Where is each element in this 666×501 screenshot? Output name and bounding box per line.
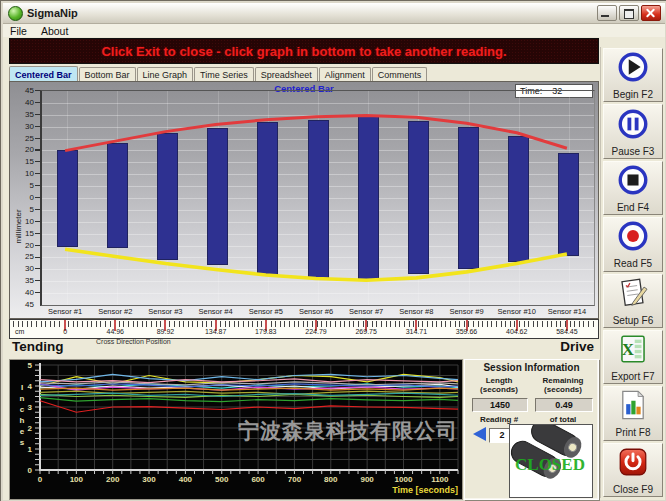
svg-text:900: 900: [360, 475, 374, 484]
sensor-label: Sensor #5: [239, 307, 293, 316]
tab-line-graph[interactable]: Line Graph: [137, 67, 194, 81]
button-label: Setup F6: [613, 315, 654, 326]
play-icon: [616, 50, 650, 88]
sensor-label: Sensor #8: [389, 307, 443, 316]
tab-comments[interactable]: Comments: [372, 67, 428, 81]
cross-direction-ruler: cm 044.9689.92134.87179.83224.79269.7531…: [9, 319, 599, 339]
button-label: Export F7: [611, 371, 654, 382]
ruler-unit: cm: [15, 328, 24, 335]
svg-text:CLOSED: CLOSED: [515, 455, 585, 474]
setup-notepad-icon: [616, 276, 650, 314]
button-label: Pause F3: [612, 146, 655, 157]
svg-text:1: 1: [28, 445, 33, 454]
minimize-button[interactable]: [597, 5, 617, 21]
svg-text:1000: 1000: [395, 475, 413, 484]
svg-text:c: c: [20, 405, 25, 414]
svg-text:5: 5: [28, 361, 33, 370]
svg-text:s: s: [20, 438, 25, 447]
begin-button[interactable]: Begin F2: [603, 48, 663, 102]
y-tick-label: 40: [12, 98, 34, 107]
menu-bar: FileAbout: [3, 24, 665, 37]
svg-text:0: 0: [28, 466, 33, 475]
app-window: SigmaNip FileAbout Click Exit to close -…: [0, 0, 666, 501]
bar-sensor-14: [558, 153, 579, 256]
length-value-field: 1450: [472, 398, 528, 412]
tab-bottom-bar[interactable]: Bottom Bar: [79, 67, 136, 81]
svg-text:Time [seconds]: Time [seconds]: [392, 485, 458, 495]
length-label: Length (seconds): [469, 376, 529, 394]
sensor-label: Sensor #4: [189, 307, 243, 316]
close-button[interactable]: [641, 5, 661, 21]
restore-icon: [624, 9, 634, 19]
tab-centered-bar[interactable]: Centered Bar: [9, 66, 78, 81]
reading-prev-arrow[interactable]: [473, 427, 486, 441]
sensor-label: Sensor #3: [138, 307, 192, 316]
button-label: Close F9: [613, 484, 653, 495]
title-bar[interactable]: SigmaNip: [3, 3, 665, 24]
bar-plot-area: [40, 90, 595, 306]
window-controls: [597, 5, 665, 21]
tending-side-label: Tending: [12, 339, 64, 354]
y-tick-label: 35: [12, 110, 34, 119]
time-series-chart[interactable]: 0123450100200300400500600700800900100011…: [9, 359, 463, 500]
svg-text:2: 2: [28, 424, 33, 433]
tab-alignment[interactable]: Alignment: [319, 67, 371, 81]
record-icon: [616, 219, 650, 257]
svg-text:I: I: [21, 383, 23, 392]
ruler-value: 584.45: [537, 328, 597, 335]
end-button[interactable]: End F4: [603, 161, 663, 215]
read-button[interactable]: Read F5: [603, 217, 663, 271]
y-tick-label: 5: [12, 205, 34, 214]
bar-sensor-1: [57, 150, 78, 246]
button-label: Read F5: [614, 258, 652, 269]
sensor-label: Sensor #6: [289, 307, 343, 316]
pause-icon: [616, 107, 650, 145]
button-label: Begin F2: [613, 89, 653, 100]
y-tick-label: 0: [12, 193, 34, 202]
session-info-panel: Session Information Length (seconds) Rem…: [464, 359, 599, 500]
menu-item-file[interactable]: File: [3, 25, 34, 37]
sensor-label: Sensor #2: [88, 307, 142, 316]
bar-sensor-4: [207, 128, 228, 265]
remaining-value-field: 0.49: [535, 398, 593, 412]
svg-text:300: 300: [142, 475, 156, 484]
y-tick-label: 5: [12, 181, 34, 190]
minimize-icon: [601, 15, 609, 17]
menu-item-about[interactable]: About: [34, 25, 75, 37]
y-tick-label: 20: [12, 241, 34, 250]
y-tick-label: 10: [12, 217, 34, 226]
time-series-svg: 0123450100200300400500600700800900100011…: [10, 360, 460, 497]
y-tick-label: 45: [12, 300, 34, 309]
rollers-icon: CLOSED: [510, 425, 590, 495]
pause-button[interactable]: Pause F3: [603, 104, 663, 158]
total-label: of total: [532, 415, 594, 424]
sensor-label: Sensor #9: [440, 307, 494, 316]
button-label: End F4: [617, 202, 649, 213]
restore-button[interactable]: [619, 5, 639, 21]
close-button[interactable]: Close F9: [603, 443, 663, 497]
app-icon: [8, 6, 23, 21]
svg-text:h: h: [20, 416, 25, 425]
tab-spreadsheet[interactable]: Spreadsheet: [255, 67, 318, 81]
y-tick-label: 25: [12, 134, 34, 143]
print-button[interactable]: Print F8: [603, 386, 663, 440]
export-button[interactable]: XExport F7: [603, 330, 663, 384]
excel-icon: X: [616, 332, 650, 370]
tab-time-series[interactable]: Time Series: [194, 67, 254, 81]
svg-text:600: 600: [251, 475, 265, 484]
svg-text:1100: 1100: [431, 475, 449, 484]
action-button-column: Begin F2Pause F3End F4Read F5Setup F6XEx…: [600, 47, 665, 498]
sensor-label: Sensor #7: [339, 307, 393, 316]
svg-text:X: X: [622, 340, 635, 359]
ruler-minor-ticks: [13, 321, 595, 327]
setup-button[interactable]: Setup F6: [603, 274, 663, 328]
button-label: Print F8: [615, 427, 650, 438]
y-tick-label: 15: [12, 157, 34, 166]
bar-sensor-9: [458, 127, 479, 270]
y-tick-label: 30: [12, 122, 34, 131]
sensor-label: Sensor #10: [490, 307, 544, 316]
bar-sensor-3: [157, 133, 178, 260]
centered-bar-chart[interactable]: Centered Bar Time: 32 millimeter 4540353…: [9, 81, 599, 319]
y-tick-label: 30: [12, 264, 34, 273]
session-title: Session Information: [465, 362, 598, 373]
